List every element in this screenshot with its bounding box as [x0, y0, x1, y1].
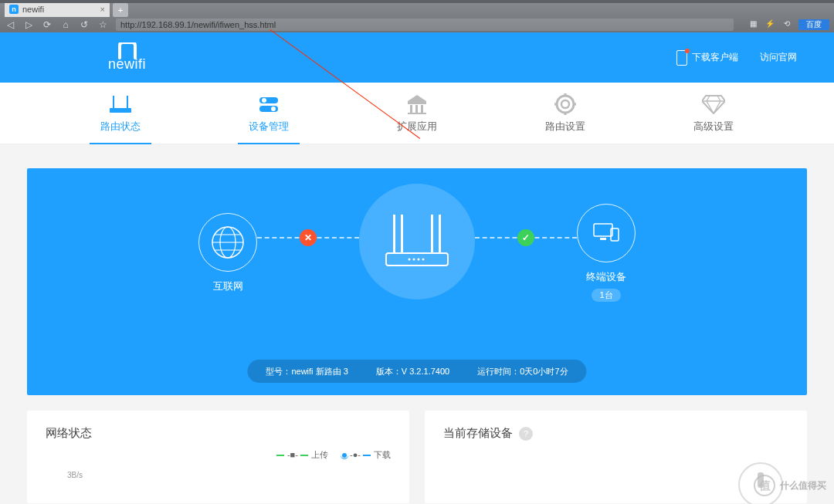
- status-panel: 互联网 ✕ ✓: [27, 168, 807, 395]
- gear-icon: [552, 93, 578, 115]
- router-info-bar: 型号：newifi 新路由 3 版本：V 3.2.1.7400 运行时间：0天0…: [247, 360, 586, 383]
- storage-card: 当前存储设备 ?: [425, 411, 807, 503]
- y-axis-tick: 3B/s: [67, 471, 83, 479]
- svg-rect-2: [127, 96, 128, 108]
- chart-legend: -■- 上传 -●- 下载: [276, 449, 391, 461]
- nav-label: 设备管理: [249, 120, 289, 134]
- svg-rect-15: [554, 103, 558, 105]
- svg-rect-13: [564, 93, 567, 96]
- nav-advanced-settings[interactable]: 高级设置: [639, 83, 788, 144]
- svg-point-12: [561, 100, 569, 108]
- svg-rect-26: [439, 215, 441, 253]
- phone-icon: [676, 50, 687, 66]
- close-icon[interactable]: ×: [100, 5, 105, 14]
- url-text: http://192.168.99.1/newifi/ifiwen_hss.ht…: [120, 20, 276, 29]
- status-good-icon: ✓: [517, 229, 534, 246]
- extensions-icon: [404, 93, 430, 115]
- router-status-icon: [107, 93, 134, 115]
- devices-icon: [577, 204, 636, 262]
- connection-devices: ✓: [475, 237, 577, 238]
- network-status-card: 网络状态 -■- 上传 -●- 下载 3B/s: [27, 411, 409, 503]
- svg-point-5: [262, 98, 266, 103]
- back-button[interactable]: ◁: [5, 19, 15, 30]
- svg-rect-10: [408, 113, 426, 114]
- network-status-title: 网络状态: [46, 426, 391, 441]
- browser-tab[interactable]: n newifi ×: [5, 2, 110, 17]
- svg-rect-25: [431, 215, 433, 253]
- router-icon: [375, 199, 459, 284]
- nav-label: 高级设置: [693, 120, 734, 134]
- browser-chrome: n newifi × + ◁ ▷ ⟳ ⌂ ↺ ☆ http://192.168.…: [0, 0, 834, 32]
- svg-rect-7: [410, 105, 412, 113]
- history-button[interactable]: ↺: [79, 19, 90, 30]
- devices-node[interactable]: 终端设备 1台: [577, 204, 636, 302]
- devices-label: 终端设备: [586, 270, 626, 284]
- svg-rect-14: [564, 112, 567, 115]
- svg-point-30: [422, 258, 425, 260]
- url-input[interactable]: http://192.168.99.1/newifi/ifiwen_hss.ht…: [116, 19, 734, 31]
- brand-logo[interactable]: newifi: [108, 42, 146, 73]
- favicon-icon: n: [9, 5, 19, 14]
- svg-point-27: [409, 258, 411, 260]
- new-tab-button[interactable]: +: [113, 3, 128, 17]
- connection-internet: ✕: [257, 237, 359, 238]
- brand-text: newifi: [108, 56, 146, 73]
- svg-rect-32: [600, 238, 606, 240]
- nav-router-status[interactable]: 路由状态: [46, 83, 195, 144]
- tab-title: newifi: [22, 5, 97, 14]
- device-mgmt-icon: [256, 93, 282, 115]
- refresh-small-icon[interactable]: ⟲: [781, 19, 792, 30]
- internet-node[interactable]: 互联网: [198, 213, 257, 293]
- home-button[interactable]: ⌂: [60, 19, 71, 30]
- download-client-link[interactable]: 下载客户端: [676, 50, 738, 66]
- svg-point-28: [413, 258, 415, 260]
- diamond-icon: [700, 93, 727, 115]
- svg-rect-0: [110, 108, 131, 113]
- svg-rect-24: [401, 215, 403, 253]
- grid-icon[interactable]: ▦: [748, 19, 758, 30]
- refresh-button[interactable]: ⟳: [42, 19, 53, 30]
- globe-icon: [198, 213, 257, 272]
- svg-point-11: [557, 96, 574, 113]
- page-header: newifi 下载客户端 访问官网: [0, 32, 834, 83]
- svg-rect-9: [421, 105, 423, 113]
- help-icon[interactable]: ?: [519, 427, 533, 441]
- nav-label: 扩展应用: [397, 120, 437, 134]
- svg-rect-8: [415, 105, 418, 113]
- storage-title: 当前存储设备: [443, 426, 513, 441]
- nav-device-mgmt[interactable]: 设备管理: [195, 83, 343, 144]
- watermark-icon: 值: [754, 475, 775, 496]
- devices-count-badge: 1台: [592, 289, 620, 302]
- status-bad-icon: ✕: [300, 229, 317, 246]
- nav-label: 路由设置: [545, 120, 585, 134]
- router-node[interactable]: [359, 184, 475, 299]
- svg-rect-31: [594, 224, 612, 236]
- flash-icon[interactable]: ⚡: [764, 19, 775, 30]
- nav-router-settings[interactable]: 路由设置: [491, 83, 639, 144]
- svg-rect-1: [113, 96, 114, 108]
- svg-rect-22: [386, 253, 448, 266]
- svg-rect-16: [573, 103, 576, 105]
- svg-rect-23: [393, 215, 395, 253]
- svg-point-29: [418, 258, 420, 260]
- watermark: 值 什么值得买: [754, 475, 826, 496]
- forward-button[interactable]: ▷: [23, 19, 34, 30]
- internet-label: 互联网: [213, 279, 243, 293]
- nav-label: 路由状态: [100, 120, 141, 134]
- visit-site-link[interactable]: 访问官网: [760, 51, 797, 64]
- search-engine-badge[interactable]: 百度: [798, 19, 829, 30]
- svg-point-6: [271, 107, 276, 111]
- nav-extensions[interactable]: 扩展应用: [343, 83, 491, 144]
- bookmark-button[interactable]: ☆: [97, 19, 108, 30]
- main-nav: 路由状态 设备管理 扩展应用 路由设置 高级设置: [0, 83, 834, 144]
